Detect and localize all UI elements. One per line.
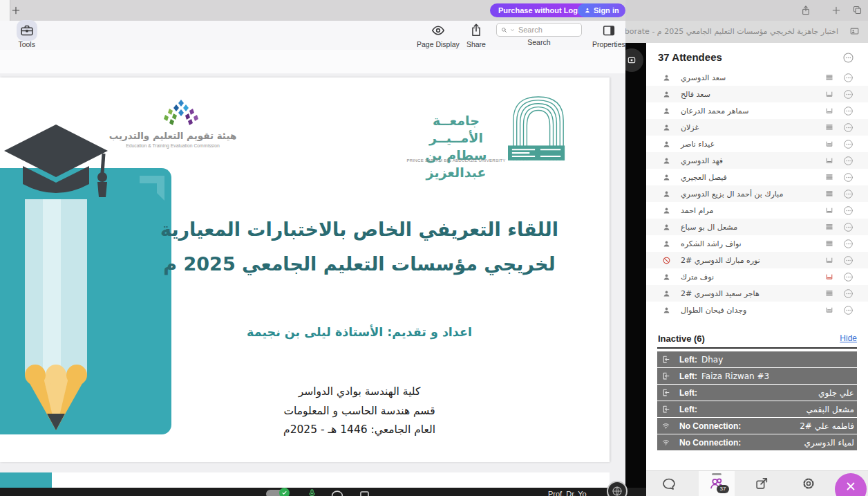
hide-link[interactable]: Hide (840, 333, 857, 343)
attendee-more-icon[interactable] (842, 238, 854, 250)
attendee-more-icon[interactable] (842, 271, 854, 283)
attendee-more-icon[interactable] (842, 72, 854, 84)
window-tab[interactable] (0, 0, 10, 21)
attendee-more-icon[interactable] (842, 188, 854, 200)
tab-properties[interactable]: Properties (589, 23, 629, 48)
share-content-icon[interactable] (754, 476, 769, 491)
new-tab-icon[interactable] (10, 5, 21, 16)
avatar-globe-button[interactable] (607, 481, 628, 496)
shared-screen-strip (625, 43, 646, 496)
attendee-name: غيداء ناصر (681, 140, 714, 149)
inactive-row: Left:Dhay (657, 351, 857, 367)
search-box: Search (496, 23, 582, 46)
attendee-more-icon[interactable] (842, 105, 854, 117)
attendee-more-icon[interactable] (842, 172, 854, 183)
chat-bubble-icon[interactable] (330, 488, 345, 496)
attendee-more-icon[interactable] (842, 221, 854, 233)
connection-icon (824, 239, 834, 248)
person-icon (662, 173, 671, 182)
person-icon (662, 123, 671, 132)
person-icon (662, 90, 671, 99)
pdf-page-1: هيئة تقويم التعليم والتدريب Education & … (0, 77, 610, 462)
connection-icon (824, 255, 834, 265)
attendee-row[interactable]: سعد الدوسري (646, 69, 868, 86)
attendee-more-icon[interactable] (842, 138, 854, 150)
attendee-more-icon[interactable] (842, 288, 854, 300)
inactive-name: مشعل البقمي (806, 405, 854, 414)
leave-icon (661, 388, 670, 397)
attendee-row[interactable]: سماهر محمد الدرعان (646, 102, 868, 119)
close-panel-button[interactable] (835, 473, 867, 496)
settings-gear-icon[interactable] (801, 476, 816, 491)
search-input[interactable] (517, 25, 578, 35)
session-control-bar: Prof. Dr. Yo (0, 488, 646, 496)
attendee-row[interactable]: مبارك بن أحمد ال بزيع الدوسري (646, 185, 868, 202)
attendee-name: مرام احمد (681, 206, 713, 215)
collaborate-page-title: اختبار جاهزية لخريجي مؤسسات التعليم الجا… (625, 21, 868, 44)
inactive-row: No Connection:لمياء الدوسري (657, 434, 857, 450)
connection-icon (824, 222, 834, 232)
attendee-row[interactable]: مرام احمد (646, 202, 868, 219)
attendee-more-icon[interactable] (842, 89, 854, 100)
connection-icon (824, 272, 834, 282)
person-icon (662, 107, 671, 116)
attendee-name: نوره مبارك الدوسري #2 (681, 256, 760, 265)
blocked-icon (662, 256, 671, 265)
document-area[interactable]: هيئة تقويم التعليم والتدريب Education & … (0, 73, 625, 496)
slide-title-line2: لخريجي مؤسسات التعليم الجامعي 2025 م (111, 253, 608, 275)
tab-share[interactable]: Share (463, 23, 489, 48)
eye-icon (431, 23, 446, 38)
attendee-row[interactable]: غيداء ناصر (646, 136, 868, 152)
tab-tools[interactable]: Tools (4, 23, 49, 48)
signin-label: Sign in (594, 6, 619, 15)
person-icon (662, 140, 671, 149)
attendee-name: سعد فالح (681, 90, 710, 99)
attendee-name: مشعل ال بو سباع (681, 223, 737, 232)
microphone-icon[interactable] (307, 488, 317, 496)
tab-page-display[interactable]: Page Display (413, 23, 463, 48)
attendee-row[interactable]: نوف مترك (646, 268, 868, 285)
attendee-name: نوف مترك (681, 273, 714, 282)
attendee-row[interactable]: غزلان (646, 119, 868, 136)
attendee-name: سماهر محمد الدرعان (681, 107, 748, 116)
connection-icon (824, 305, 834, 315)
tab-label: Page Display (417, 40, 460, 48)
inactive-row: Left:Faiza Rizwan #3 (657, 368, 857, 384)
browser-tab-bar: Purchase without Login Sign in (0, 0, 625, 21)
attendee-row[interactable]: نواف راشد الشكره (646, 235, 868, 252)
stop-share-button[interactable] (625, 48, 643, 72)
chat-tab-icon[interactable] (661, 476, 677, 493)
attendee-more-icon[interactable] (842, 304, 854, 316)
search-icon (500, 26, 508, 34)
person-icon (584, 7, 591, 14)
stop-video-icon[interactable] (358, 489, 371, 496)
person-icon (662, 206, 671, 215)
inactive-name: Dhay (701, 355, 723, 365)
connection-icon (824, 106, 834, 116)
attendee-row[interactable]: وجدان فيحان الطوال (646, 302, 868, 318)
inactive-status-label: No Connection: (679, 421, 741, 431)
new-tab-plus-icon[interactable] (831, 5, 842, 16)
attendee-name: مبارك بن أحمد ال بزيع الدوسري (681, 190, 783, 199)
attendees-more-icon[interactable] (842, 51, 855, 64)
attendee-row[interactable]: هاجر سعيد الدوسري #2 (646, 285, 868, 302)
inactive-status-label: Left: (679, 371, 697, 381)
signin-button[interactable]: Sign in (578, 3, 625, 17)
attendee-row[interactable]: سعد فالح (646, 86, 868, 102)
tab-overview-icon[interactable] (852, 5, 862, 15)
session-icon (849, 26, 860, 37)
tab-attendees[interactable]: 37 (699, 471, 735, 496)
attendee-more-icon[interactable] (842, 122, 854, 134)
attendee-row[interactable]: نوره مبارك الدوسري #2 (646, 252, 868, 268)
attendee-row[interactable]: فيصل العجيري (646, 169, 868, 185)
inactive-name: علي جلوي (818, 388, 854, 398)
attendees-count-badge: 37 (717, 485, 729, 493)
attendee-row[interactable]: مشعل ال بو سباع (646, 219, 868, 235)
attendee-more-icon[interactable] (842, 255, 854, 266)
attendee-row[interactable]: فهد الدوسري (646, 152, 868, 169)
leave-icon (661, 405, 670, 414)
attendee-more-icon[interactable] (842, 155, 854, 167)
share-upload-icon[interactable] (800, 5, 811, 16)
person-icon (662, 306, 671, 315)
attendee-more-icon[interactable] (842, 205, 854, 217)
